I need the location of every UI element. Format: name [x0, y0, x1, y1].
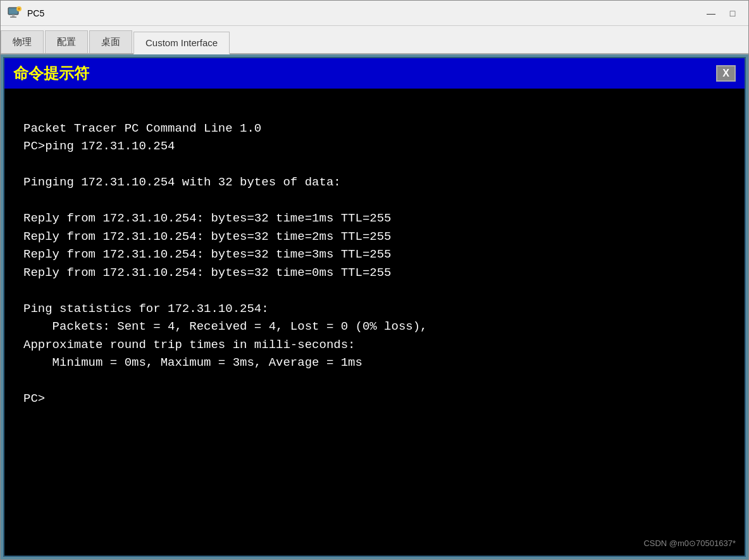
- terminal-line: Ping statistics for 172.31.10.254:: [23, 300, 726, 318]
- terminal-line: PC>: [23, 390, 726, 408]
- main-window: PC5 — □ 物理 配置 桌面 Custom Interface 命令提示符 …: [0, 0, 749, 560]
- cmd-title-text: 命令提示符: [13, 63, 89, 84]
- terminal-line: [23, 156, 726, 174]
- tab-custom-interface[interactable]: Custom Interface: [133, 32, 230, 54]
- title-bar-left: PC5: [7, 6, 44, 21]
- terminal-line: Reply from 172.31.10.254: bytes=32 time=…: [23, 209, 726, 228]
- terminal-line: Packet Tracer PC Command Line 1.0: [23, 120, 726, 138]
- watermark: CSDN @m0⊙70501637*: [643, 537, 736, 550]
- terminal-line: [23, 282, 726, 300]
- svg-rect-1: [12, 15, 15, 16]
- cmd-close-button[interactable]: X: [716, 65, 736, 82]
- terminal-line: Packets: Sent = 4, Received = 4, Lost = …: [23, 318, 726, 336]
- terminal-line: Reply from 172.31.10.254: bytes=32 time=…: [23, 264, 726, 282]
- minimize-button[interactable]: —: [702, 6, 721, 21]
- inner-window: 命令提示符 X Packet Tracer PC Command Line 1.…: [3, 57, 746, 557]
- tab-desktop[interactable]: 桌面: [89, 30, 132, 53]
- terminal-line: [23, 192, 726, 210]
- tab-config[interactable]: 配置: [45, 30, 88, 53]
- cmd-title-bar: 命令提示符 X: [4, 58, 745, 89]
- svg-rect-2: [10, 16, 16, 18]
- window-title: PC5: [27, 8, 44, 18]
- terminal[interactable]: Packet Tracer PC Command Line 1.0PC>ping…: [4, 89, 745, 556]
- content-area: 命令提示符 X Packet Tracer PC Command Line 1.…: [1, 54, 748, 559]
- app-icon: [7, 6, 22, 21]
- tab-physical[interactable]: 物理: [1, 30, 44, 53]
- terminal-line: Approximate round trip times in milli-se…: [23, 336, 726, 354]
- tab-bar: 物理 配置 桌面 Custom Interface: [1, 26, 748, 54]
- terminal-line: Reply from 172.31.10.254: bytes=32 time=…: [23, 228, 726, 246]
- title-bar: PC5 — □: [1, 1, 748, 26]
- title-bar-controls: — □: [702, 6, 742, 21]
- terminal-line: Reply from 172.31.10.254: bytes=32 time=…: [23, 246, 726, 264]
- terminal-line: [23, 101, 726, 120]
- terminal-line: [23, 372, 726, 390]
- terminal-line: Pinging 172.31.10.254 with 32 bytes of d…: [23, 173, 726, 192]
- terminal-line: PC>ping 172.31.10.254: [23, 137, 726, 156]
- terminal-line: Minimum = 0ms, Maximum = 3ms, Average = …: [23, 354, 726, 372]
- maximize-button[interactable]: □: [723, 6, 742, 21]
